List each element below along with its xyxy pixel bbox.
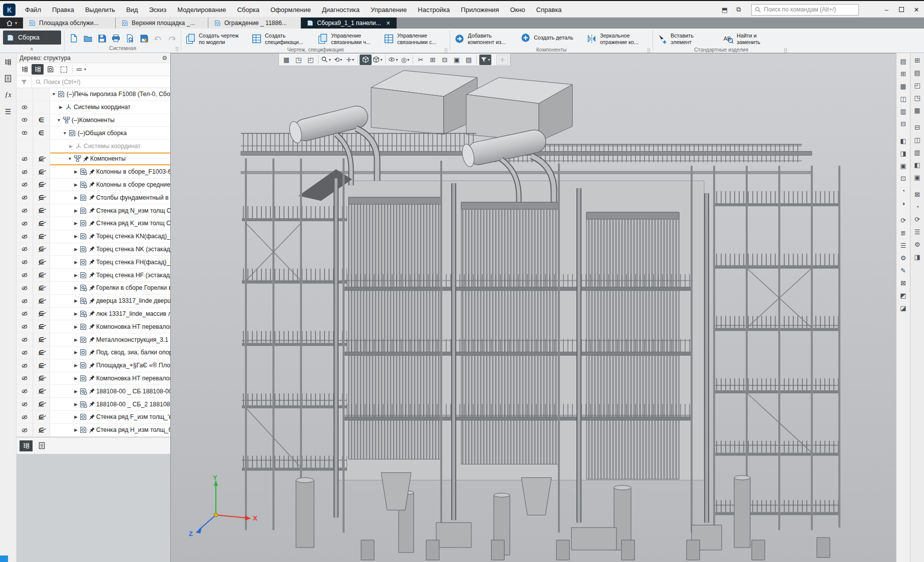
side-tool-icon[interactable]: ⊠	[912, 188, 923, 201]
new-document-icon[interactable]	[67, 32, 80, 45]
tree-row[interactable]: ▶ Системы координат	[17, 101, 170, 114]
expander-icon[interactable]: ▼	[62, 131, 68, 136]
include-cell[interactable]	[33, 140, 50, 152]
menu-item[interactable]: Правка	[47, 2, 80, 17]
visibility-icon[interactable]: ▾	[387, 55, 399, 65]
tree-row[interactable]: ∈ ▶ Под, свод, зиа, балки опор_	[17, 346, 170, 359]
expander-icon[interactable]: ▼	[67, 156, 73, 161]
section-view-icon[interactable]: ✂	[415, 55, 427, 65]
menu-item[interactable]: Приложения	[455, 2, 504, 17]
lcs-plane-alt-icon[interactable]: ◰	[304, 55, 317, 65]
side-tool-icon[interactable]: ▦	[912, 104, 923, 117]
tree-row[interactable]: ∈ ▶ Торец стенка KN(фасад)_из	[17, 230, 170, 243]
menu-item[interactable]: Оформление	[265, 2, 317, 17]
tree-row[interactable]: ∈ ▶ люк 13317_linde_массив лю	[17, 308, 170, 321]
visibility-cell[interactable]	[17, 153, 33, 165]
tree-row[interactable]: ∈ ▶ Колонны в сборе_F1003-6_и	[17, 166, 170, 179]
visibility-cell[interactable]	[17, 114, 33, 127]
side-tool-icon[interactable]: ⊞	[912, 54, 923, 67]
group-grip[interactable]	[175, 47, 179, 51]
maximize-button[interactable]	[894, 2, 909, 17]
include-cell[interactable]: ∈	[33, 179, 50, 191]
zoom-tool-icon[interactable]: ▾	[320, 55, 332, 65]
visibility-cell[interactable]	[17, 308, 33, 320]
side-tool-icon[interactable]: ⊠	[898, 277, 909, 289]
side-tool-icon[interactable]: ✎	[898, 264, 909, 277]
variables-panel-icon[interactable]: ƒx	[2, 89, 14, 102]
print-icon[interactable]	[109, 32, 122, 45]
visibility-cell[interactable]	[17, 398, 33, 410]
expander-icon[interactable]: ▶	[73, 350, 79, 355]
visibility-cell[interactable]	[17, 204, 33, 217]
tree-row[interactable]: ∈ ▶ Горелки в сборе Горелки в с	[17, 282, 170, 295]
windows-layout-icon[interactable]: ⬒	[719, 5, 730, 15]
expander-icon[interactable]: ▶	[58, 105, 64, 110]
create-spec-button[interactable]: Создатьспецификаци...	[249, 32, 316, 47]
side-tool-icon[interactable]: ◔	[898, 185, 909, 197]
side-tool-icon[interactable]: ▦	[898, 80, 909, 93]
tree-structure-icon[interactable]	[32, 64, 44, 75]
tree-search-placeholder[interactable]: Поиск (Ctrl+/)	[44, 79, 81, 86]
include-cell[interactable]: ∈	[33, 256, 50, 268]
expander-icon[interactable]: ▶	[73, 273, 79, 278]
preview-icon[interactable]	[123, 32, 136, 45]
tree-row[interactable]: ∈ ▶ Столбы фундаментный в сб	[17, 191, 170, 204]
visibility-cell[interactable]	[17, 230, 33, 243]
menu-item[interactable]: Эскиз	[143, 2, 172, 17]
visibility-cell[interactable]	[17, 333, 33, 346]
include-cell[interactable]: ∈	[33, 346, 50, 359]
expander-icon[interactable]: ▶	[73, 234, 79, 239]
include-cell[interactable]: ∈	[33, 411, 50, 423]
visibility-cell[interactable]	[17, 191, 33, 204]
menu-item[interactable]: Управление	[365, 2, 412, 17]
expander-icon[interactable]: ▶	[68, 144, 74, 149]
ribbon-collapse-icon[interactable]: «	[29, 48, 35, 50]
arrange-icon[interactable]: ⊞	[427, 55, 439, 65]
include-cell[interactable]: ∈	[33, 424, 50, 436]
expander-icon[interactable]: ▼	[56, 118, 62, 123]
find-replace-button[interactable]: Найти изаменить	[721, 32, 787, 47]
menu-item[interactable]: Сборка	[231, 2, 265, 17]
wireframe-mode-icon[interactable]: ▾	[372, 55, 384, 65]
tree-row[interactable]: ▼ (–) Печь пиролиза F1008 (Тел-0, Сборо	[17, 88, 170, 101]
include-cell[interactable]: ∈	[33, 243, 50, 256]
insert-element-button[interactable]: Вставитьэлемент	[655, 32, 721, 47]
expander-icon[interactable]: ▶	[73, 260, 79, 265]
side-tool-icon[interactable]: ◰	[912, 79, 923, 92]
sheet-view-icon[interactable]: ▤	[463, 55, 475, 65]
filter-icon[interactable]	[17, 76, 32, 88]
tree-row[interactable]: ∈ ▶ Торец стенка NK (эстакада)_	[17, 243, 170, 256]
expander-icon[interactable]: ▶	[73, 402, 79, 407]
include-cell[interactable]: ∈	[33, 308, 50, 320]
home-button[interactable]: ▾	[0, 18, 23, 29]
visibility-cell[interactable]	[17, 411, 33, 423]
tree-row[interactable]: ▶ Системы координат	[17, 140, 170, 153]
expander-icon[interactable]: ▶	[73, 311, 79, 316]
side-tool-icon[interactable]: ☰	[912, 226, 923, 238]
tree-row[interactable]: ∈ ▶ Компоновка НТ перевалов_	[17, 372, 170, 385]
document-tab[interactable]: Ограждение _ 11886... ✕	[208, 18, 301, 29]
parameters-panel-icon[interactable]	[2, 72, 14, 85]
side-tool-icon[interactable]: ☰	[898, 239, 909, 252]
tree-row[interactable]: ∈ ▶ Торец стенка HF (эстакада)_	[17, 269, 170, 282]
menu-item[interactable]: Моделирование	[172, 2, 231, 17]
visibility-cell[interactable]	[17, 127, 33, 139]
document-tab[interactable]: Верхняя площадка _... ✕	[116, 18, 208, 29]
menu-item[interactable]: Файл	[20, 2, 47, 17]
expander-icon[interactable]: ▶	[73, 169, 79, 174]
visibility-cell[interactable]	[17, 140, 33, 152]
add-component-button[interactable]: Добавитькомпонент из...	[452, 32, 518, 47]
filter-icon[interactable]: ▾	[479, 55, 491, 65]
side-tool-icon[interactable]: ⊟	[912, 121, 923, 134]
side-tool-icon[interactable]: ◨	[898, 147, 909, 160]
manage-linked-sheets-button[interactable]: Управлениесвязанными ч...	[316, 32, 382, 47]
expander-icon[interactable]: ▶	[73, 427, 79, 432]
visibility-cell[interactable]	[17, 101, 33, 114]
redo-icon[interactable]	[165, 32, 178, 45]
include-cell[interactable]: ∈	[33, 320, 50, 333]
tree-row[interactable]: ∈ ▶ Стенка ряд N_изм толщ Сте	[17, 204, 170, 217]
visibility-cell[interactable]	[17, 166, 33, 178]
expander-icon[interactable]: ▶	[73, 247, 79, 252]
include-cell[interactable]: ∈	[33, 153, 50, 165]
tree-row[interactable]: ∈ ▶ Колонны в сборе средние_F	[17, 179, 170, 192]
